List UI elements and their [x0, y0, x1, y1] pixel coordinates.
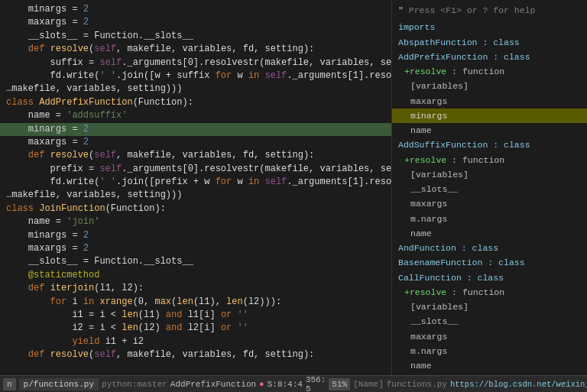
sidebar-addsuffix-resolve[interactable]: +resolve : function: [392, 153, 587, 167]
code-line: …makefile, variables, setting))): [0, 83, 391, 96]
sidebar-call-variables[interactable]: [variables]: [392, 300, 587, 314]
sidebar-call-resolve[interactable]: +resolve : function: [392, 285, 587, 300]
code-line: def resolve(self, makefile, variables, f…: [0, 43, 391, 56]
status-tag: [Name]: [353, 380, 384, 389]
code-line: __slots__ = Function.__slots__: [0, 255, 391, 268]
main-area: minargs = 2 maxargs = 2 __slots__ = Func…: [0, 0, 587, 375]
status-url[interactable]: https://blog.csdn.net/weixin_39510813: [450, 380, 587, 389]
sidebar-addprefix-variables[interactable]: [variables]: [392, 79, 587, 93]
sidebar-and-class[interactable]: AndFunction : class: [392, 241, 587, 255]
sidebar-call-mnargs[interactable]: m.nargs: [392, 344, 587, 358]
code-line: prefix = self._arguments[0].resolvestr(m…: [0, 163, 391, 176]
sidebar-addsuffix-mnargs[interactable]: m.nargs: [392, 212, 587, 226]
sidebar-addprefix-resolve[interactable]: +resolve : function: [392, 64, 587, 79]
code-line: class JoinFunction(Function):: [0, 202, 391, 215]
sidebar-addsuffix-class[interactable]: AddSuffixFunction : class: [392, 138, 587, 152]
sidebar-help: " Press <F1> or ? for help: [392, 3, 587, 20]
code-line: maxargs = 2: [0, 16, 391, 29]
sidebar-addprefix-name[interactable]: name: [392, 123, 587, 138]
status-mode: n: [3, 378, 16, 390]
status-linecount: 356: 5: [306, 375, 326, 392]
sidebar-addprefix-minargs[interactable]: minargs: [392, 109, 587, 123]
code-line: yield i1 + i2: [0, 335, 391, 348]
status-branch: python:master: [102, 380, 167, 389]
code-line: minargs = 2: [0, 3, 391, 16]
status-tagval: functions.py: [387, 380, 447, 389]
code-line: fd.write(' '.join([w + suffix for w in s…: [0, 70, 391, 83]
sidebar-basename-class[interactable]: BasenameFunction : class: [392, 255, 587, 270]
status-percent: 51%: [329, 378, 350, 390]
code-line: minargs = 2: [0, 229, 391, 242]
code-line: suffix = self._arguments[0].resolvestr(m…: [0, 57, 391, 70]
code-line: def resolve(self, makefile, variables, f…: [0, 348, 391, 361]
sidebar-call-maxargs[interactable]: maxargs: [392, 329, 587, 344]
sidebar-addsuffix-maxargs[interactable]: maxargs: [392, 196, 587, 211]
code-line: i2 = i < len(l2) and l2[i] or '': [0, 322, 391, 335]
sidebar-call-slots[interactable]: __slots__: [392, 314, 587, 329]
code-line: fd.write(' '.join([prefix + w for w in s…: [0, 176, 391, 189]
code-line: __slots__ = Function.__slots__: [0, 30, 391, 43]
sidebar-addsuffix-variables[interactable]: [variables]: [392, 167, 587, 182]
code-panel[interactable]: minargs = 2 maxargs = 2 __slots__ = Func…: [0, 0, 391, 375]
sidebar-abspath[interactable]: AbspathFunction : class: [392, 35, 587, 50]
status-position: S:8:4:4: [268, 380, 303, 389]
code-line: maxargs = 2: [0, 136, 391, 149]
code-line: for i in xrange(0, max(len(l1), len(l2))…: [0, 296, 391, 309]
sidebar-addsuffix-slots[interactable]: __slots__: [392, 182, 587, 196]
sidebar-imports[interactable]: imports: [392, 20, 587, 34]
code-line: @staticmethod: [0, 269, 391, 282]
sidebar-addprefix-maxargs[interactable]: maxargs: [392, 94, 587, 109]
code-line: def resolve(self, makefile, variables, f…: [0, 149, 391, 162]
code-line: def iterjoin(l1, l2):: [0, 282, 391, 295]
code-line: i1 = i < len(l1) and l1[i] or '': [0, 309, 391, 322]
code-line-highlighted: minargs = 2: [0, 123, 391, 136]
sidebar-addprefix-class[interactable]: AddPrefixFunction : class: [392, 50, 587, 64]
sidebar-call-class[interactable]: CallFunction : class: [392, 271, 587, 285]
status-filename[interactable]: p/functions.py: [19, 378, 99, 390]
code-line: class AddPrefixFunction(Function):: [0, 96, 391, 109]
code-line: …makefile, variables, setting))): [0, 189, 391, 202]
status-func: AddPrefixFunction: [170, 380, 256, 389]
code-line: name = 'addsuffix': [0, 109, 391, 122]
statusbar: n p/functions.py python:master AddPrefix…: [0, 375, 587, 392]
sidebar-panel[interactable]: " Press <F1> or ? for help imports Abspa…: [391, 0, 587, 375]
sidebar-addsuffix-name[interactable]: name: [392, 226, 587, 241]
code-line: maxargs = 2: [0, 242, 391, 255]
sidebar-call-name[interactable]: name: [392, 358, 587, 373]
code-line: name = 'join': [0, 215, 391, 228]
status-modified-dot: ●: [259, 380, 264, 389]
